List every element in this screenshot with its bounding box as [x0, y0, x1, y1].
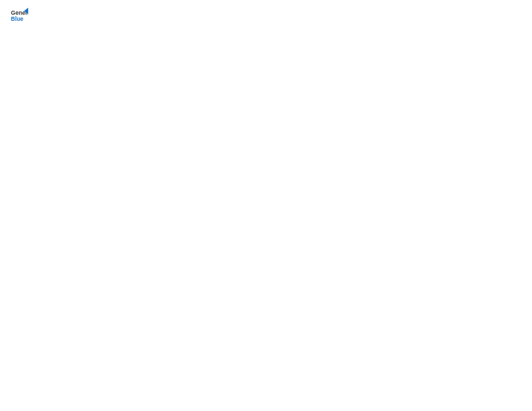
page-container: General Blue — [0, 0, 532, 35]
logo-icon: General Blue — [9, 7, 28, 26]
header: General Blue — [9, 7, 523, 26]
svg-text:Blue: Blue — [11, 15, 24, 22]
logo: General Blue — [9, 7, 28, 26]
